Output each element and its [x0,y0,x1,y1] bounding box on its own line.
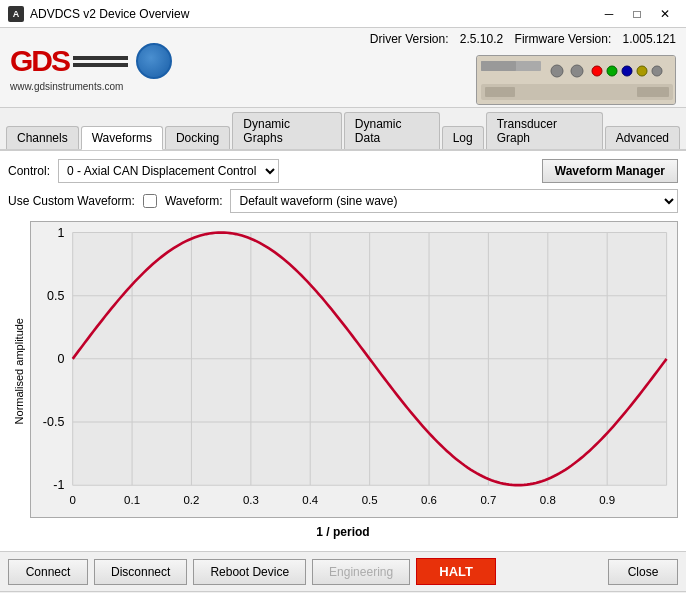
svg-text:0.1: 0.1 [124,494,140,506]
disconnect-button[interactable]: Disconnect [94,559,187,585]
driver-version: 2.5.10.2 [460,32,503,46]
tab-dynamic-graphs[interactable]: Dynamic Graphs [232,112,342,149]
control-select[interactable]: 0 - Axial CAN Displacement Control [58,159,279,183]
svg-text:0: 0 [69,494,75,506]
firmware-version: 1.005.121 [623,32,676,46]
logo-bar-area [73,56,128,67]
logo-area: GDS www.gdsinstruments.com [10,43,172,92]
svg-point-3 [551,65,563,77]
close-window-button[interactable]: ✕ [652,4,678,24]
waveform-row: Use Custom Waveform: Waveform: Default w… [8,189,678,213]
waveform-panel: Control: 0 - Axial CAN Displacement Cont… [0,151,686,551]
use-custom-checkbox[interactable] [143,194,157,208]
footer-buttons: Connect Disconnect Reboot Device Enginee… [0,551,686,591]
tabs-bar: Channels Waveforms Docking Dynamic Graph… [0,108,686,151]
svg-point-9 [652,66,662,76]
svg-rect-2 [481,61,516,71]
device-image [476,55,676,105]
svg-text:0.5: 0.5 [362,494,378,506]
svg-text:0.7: 0.7 [480,494,496,506]
svg-point-6 [607,66,617,76]
waveform-manager-button[interactable]: Waveform Manager [542,159,678,183]
use-custom-label: Use Custom Waveform: [8,194,135,208]
main-wrapper: GDS www.gdsinstruments.com Driver Versio… [0,28,686,593]
firmware-label: Firmware Version: [515,32,612,46]
app-icon: A [8,6,24,22]
svg-text:0.3: 0.3 [243,494,259,506]
close-button[interactable]: Close [608,559,678,585]
svg-point-8 [637,66,647,76]
waveform-select[interactable]: Default waveform (sine wave) [230,189,678,213]
svg-text:-0.5: -0.5 [43,415,65,429]
title-bar-controls: ─ □ ✕ [596,4,678,24]
logo-website: www.gdsinstruments.com [10,81,123,92]
reboot-device-button[interactable]: Reboot Device [193,559,306,585]
svg-text:0.2: 0.2 [183,494,199,506]
chart-container: Normalised amplitude [8,221,678,521]
driver-label: Driver Version: [370,32,449,46]
waveform-label: Waveform: [165,194,223,208]
svg-rect-12 [637,87,669,97]
svg-text:-1: -1 [53,478,64,492]
title-bar-text: ADVDCS v2 Device Overview [30,7,590,21]
logo-text: GDS [10,44,69,78]
svg-text:0.9: 0.9 [599,494,615,506]
svg-text:0.5: 0.5 [47,289,64,303]
header-area: GDS www.gdsinstruments.com Driver Versio… [0,28,686,108]
chart-area: 1 0.5 0 -0.5 -1 0 0.1 0.2 0.3 0.4 0.5 0.… [30,221,678,518]
tab-advanced[interactable]: Advanced [605,126,680,149]
tab-transducer-graph[interactable]: Transducer Graph [486,112,603,149]
y-axis-label: Normalised amplitude [13,318,25,424]
minimize-button[interactable]: ─ [596,4,622,24]
tab-log[interactable]: Log [442,126,484,149]
svg-text:0.6: 0.6 [421,494,437,506]
control-label: Control: [8,164,50,178]
x-axis-label: 1 / period [8,525,678,539]
svg-point-7 [622,66,632,76]
tab-dynamic-data[interactable]: Dynamic Data [344,112,440,149]
version-info: Driver Version: 2.5.10.2 Firmware Versio… [182,30,676,105]
svg-rect-11 [485,87,515,97]
logo-globe [136,43,172,79]
svg-text:1: 1 [57,226,64,240]
tab-channels[interactable]: Channels [6,126,79,149]
svg-point-5 [592,66,602,76]
halt-button[interactable]: HALT [416,558,496,585]
svg-point-4 [571,65,583,77]
engineering-button[interactable]: Engineering [312,559,410,585]
tab-docking[interactable]: Docking [165,126,230,149]
chart-svg: 1 0.5 0 -0.5 -1 0 0.1 0.2 0.3 0.4 0.5 0.… [31,222,677,517]
control-row: Control: 0 - Axial CAN Displacement Cont… [8,159,678,183]
svg-text:0: 0 [57,352,64,366]
title-bar: A ADVDCS v2 Device Overview ─ □ ✕ [0,0,686,28]
maximize-button[interactable]: □ [624,4,650,24]
svg-text:0.4: 0.4 [302,494,319,506]
connect-button[interactable]: Connect [8,559,88,585]
tab-waveforms[interactable]: Waveforms [81,126,163,150]
svg-text:0.8: 0.8 [540,494,556,506]
